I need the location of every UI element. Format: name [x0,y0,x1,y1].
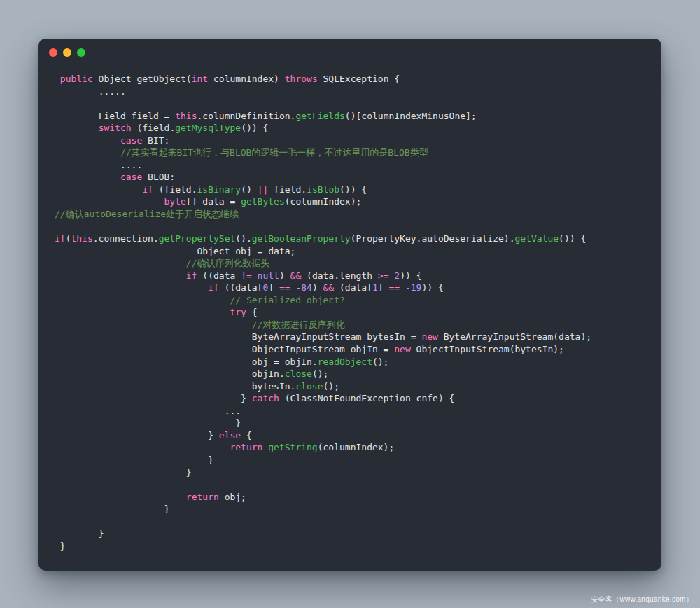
code-token: //对数据进行反序列化 [252,319,345,330]
code-token: (); [312,368,328,379]
code-token: getPropertySet [159,233,236,244]
code-token: bytesIn. [252,381,296,392]
code-token: catch [252,393,279,403]
code-token: ] [378,282,389,293]
code-token: BIT: [142,135,169,146]
code-token: && [290,270,302,281]
code-token: (); [323,381,340,392]
code-token: this [71,233,92,244]
code-token: )) { [400,270,421,281]
code-line: } [55,540,652,553]
code-token: (field. [153,184,197,195]
code-line: //确认autoDeserialize处于开启状态继续 [55,208,652,221]
zoom-button[interactable] [77,48,85,57]
code-token: public [60,74,93,84]
code-token: .columnDefinition. [197,111,296,121]
code-token: if [208,282,219,293]
code-token: { [241,430,252,441]
code-token: return [186,492,219,502]
code-token: Object obj = data; [197,246,296,256]
code-token: ()) { [559,233,586,244]
code-line: obj = objIn.readObject(); [55,356,652,368]
code-token: ObjectInputStream(bytesIn); [411,344,564,354]
code-token: throws [285,74,318,84]
code-token: () [241,184,257,195]
code-token: int [192,74,208,84]
code-token: .connection. [93,233,159,244]
code-token: byte [164,196,186,207]
code-token: || [258,184,269,195]
code-token: ()) { [340,184,367,195]
code-token: isBlob [307,184,340,195]
code-token: (columnIndex); [285,196,362,207]
code-line: // Serialized object? [55,294,652,307]
close-button[interactable] [49,48,57,57]
code-token: != [241,270,252,281]
code-token: if [186,270,197,281]
code-token: Object getObject( [93,74,192,84]
code-line: //对数据进行反序列化 [55,319,652,331]
code-token: } [241,393,252,403]
code-line: } [55,503,652,516]
code-token: ..... [99,86,126,97]
code-token: ... [225,406,241,416]
code-token: { [246,307,258,317]
code-token: 1 [372,282,378,293]
code-token: else [219,430,241,441]
minimize-button[interactable] [63,48,71,57]
code-line: .... [55,159,652,172]
code-token: obj = objIn. [252,357,318,367]
code-line [55,478,652,491]
code-token: } [164,504,170,514]
code-token: if [55,233,66,244]
code-line: Field field = this.columnDefinition.getF… [55,110,652,123]
code-token: } [235,417,241,428]
code-token [252,270,258,281]
code-line: switch (field.getMysqlType()) { [55,122,652,134]
code-token: ((data [197,270,241,281]
code-line: if ((data[0] == -84) && (data[1] == -19)… [55,282,652,294]
code-token: (); [372,357,388,367]
code-token: switch [99,123,132,133]
code-line: objIn.close(); [55,368,652,380]
code-line: } catch (ClassNotFoundException cnfe) { [55,392,652,405]
code-token: ()) { [241,123,268,133]
code-line: } [55,527,652,540]
code-line: return obj; [55,491,652,504]
code-token: ) [312,282,323,293]
code-line [55,516,652,528]
code-token: .... [120,160,142,170]
code-token: readObject [318,357,372,367]
code-token: )) { [421,282,443,293]
code-line: ..... [55,85,652,98]
code-token: close [285,368,312,379]
code-token: field. [268,184,307,195]
code-token: -19 [405,282,421,293]
code-line: if(this.connection.getPropertySet().getB… [55,233,652,245]
code-token: ByteArrayInputStream(data); [438,331,592,342]
code-line: if ((data != null) && (data.length >= 2)… [55,270,652,282]
code-token: return [230,442,262,452]
code-token: SQLException { [318,74,400,84]
window-titlebar [49,48,85,57]
code-token: (data.length [301,270,378,281]
code-token: close [295,381,323,392]
code-token: case [120,172,142,182]
code-token: } [99,528,104,539]
code-line: case BLOB: [55,171,652,184]
code-token: 2 [394,270,400,281]
code-token: case [120,135,142,146]
code-token: (PropertyKey.autoDeserialize). [351,233,515,244]
code-line: Object obj = data; [55,245,652,258]
code-token: objIn. [252,368,285,379]
code-token: } [60,541,66,551]
code-line: ... [55,405,652,417]
code-line [55,97,652,110]
code-line: ByteArrayInputStream bytesIn = new ByteA… [55,331,652,343]
code-token: (field. [132,123,176,133]
code-line: return getString(columnIndex); [55,441,652,454]
code-token [400,282,405,293]
code-token: //确认序列化数据头 [186,258,270,268]
page-background: public Object getObject(int columnIndex)… [0,0,700,608]
code-token: ((data[ [219,282,263,293]
